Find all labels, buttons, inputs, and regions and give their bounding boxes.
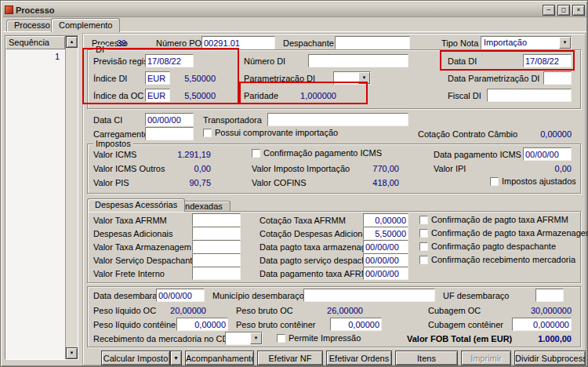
checkbox-box	[419, 242, 428, 251]
calcular-imposto-button[interactable]: Calcular Imposto	[101, 351, 170, 365]
valor-taxa-afrmm-label: Valor Taxa AFRMM	[93, 216, 167, 226]
cotacao-contrato-cambio-value: 0,00000	[515, 129, 572, 140]
data-pagamento-icms-input[interactable]	[523, 147, 572, 161]
dividir-subprocesso-button[interactable]: Dividir Subprocesso	[514, 351, 586, 365]
peso-liquido-conteiner-input[interactable]	[176, 318, 228, 331]
valor-ipi-value: 0,00	[515, 164, 572, 174]
data-desembaraco-label: Data desembaraço	[93, 291, 166, 301]
calcular-imposto-dropdown-icon[interactable]: ▼	[170, 351, 182, 365]
conf-recebimento-mercadoria-checkbox[interactable]: Confirmação recebimento mercadoria	[419, 255, 575, 265]
carregamento-input[interactable]	[145, 127, 194, 140]
numero-di-input[interactable]	[308, 54, 408, 67]
chevron-down-icon[interactable]: ▼	[559, 37, 571, 49]
cotacao-despesas-adicionais-input[interactable]	[363, 227, 408, 240]
cotacao-contrato-cambio-label: Cotação Contrato Câmbio	[418, 129, 517, 140]
permite-impressao-label: Permite Impressão	[289, 333, 361, 343]
transportadora-input[interactable]	[267, 113, 408, 126]
data-pagto-taxa-armazenagem-label: Data pagto taxa armazenagem	[260, 242, 378, 253]
window-title: Processo	[16, 5, 540, 15]
data-pagamento-taxa-afrmm-input[interactable]	[363, 267, 408, 280]
itens-button[interactable]: Itens	[395, 351, 458, 365]
peso-bruto-oc-label: Peso bruto OC	[236, 306, 293, 316]
numero-po-label: Número PO	[156, 38, 201, 49]
municipio-desembaraco-input[interactable]	[303, 289, 435, 302]
data-parametrizacao-di-input[interactable]	[543, 71, 572, 85]
checkbox-box	[419, 216, 428, 224]
tab-complemento[interactable]: Complemento	[51, 18, 120, 32]
sequence-row[interactable]: 1	[5, 52, 62, 61]
data-di-label: Data DI	[448, 56, 477, 67]
numero-po-input[interactable]	[201, 36, 275, 49]
cotacao-taxa-afrmm-input[interactable]	[363, 213, 408, 227]
indice-di-label: Índice DI	[93, 74, 127, 84]
tipo-nota-label: Tipo Nota	[441, 38, 478, 49]
peso-bruto-conteiner-label: Peso bruto contêiner	[236, 320, 316, 330]
acompanhamento-button[interactable]: Acompanhamento	[185, 351, 254, 365]
numero-di-label: Número DI	[244, 56, 285, 67]
sidebar-scrollbar[interactable]: ▲ ▼	[65, 36, 78, 359]
data-ci-input[interactable]	[145, 113, 194, 126]
permite-impressao-checkbox[interactable]: Permite Impressão	[277, 333, 361, 343]
scroll-up-icon[interactable]: ▲	[66, 36, 78, 48]
minimize-icon[interactable]: –	[543, 5, 555, 16]
app-icon	[5, 5, 13, 14]
valor-cofins-label: Valor COFINS	[252, 178, 306, 188]
data-di-input[interactable]	[523, 54, 572, 67]
valor-frete-interno-label: Valor Frete Interno	[93, 269, 165, 279]
valor-ipi-label: Valor IPI	[434, 164, 466, 174]
possui-comprovante-checkbox[interactable]: Possui comprovante importação	[203, 128, 338, 138]
indice-oc-currency-input[interactable]	[145, 89, 170, 102]
recebimento-cd-label: Recebimento da mercadoria no CD	[93, 334, 228, 344]
peso-liquido-conteiner-label: Peso líquido contêiner	[93, 320, 179, 330]
indice-oc-value: 5,50000	[173, 91, 216, 101]
valor-servico-despachante-input[interactable]	[192, 253, 241, 267]
chevron-down-icon[interactable]: ▼	[250, 332, 262, 344]
valor-taxa-armazenagem-input[interactable]	[192, 240, 241, 253]
possui-comprovante-label: Possui comprovante importação	[215, 128, 338, 138]
valor-taxa-afrmm-input[interactable]	[192, 213, 241, 227]
uf-desembaraco-label: UF desembaraço	[443, 291, 509, 301]
previsao-registro-input[interactable]	[145, 54, 194, 67]
recebimento-cd-combobox[interactable]: ▼	[225, 332, 263, 345]
cubagem-conteiner-input[interactable]	[512, 318, 572, 331]
close-icon[interactable]: ×	[572, 5, 585, 16]
fiscal-di-input[interactable]	[487, 89, 572, 102]
maximize-icon[interactable]: □	[557, 5, 570, 16]
conf-pagto-taxa-afrmm-label: Confirmação de pagto taxa AFRMM	[431, 215, 568, 225]
valor-icms-outros-value: 0,00	[154, 164, 211, 174]
confirmacao-pagamento-icms-checkbox[interactable]: Confirmação pagamento ICMS	[252, 148, 382, 158]
conf-pagto-taxa-armazenagem-label: Confirmação de pagto taxa Armazenagem	[431, 228, 588, 238]
tipo-nota-combobox[interactable]: Importação ▼	[481, 36, 572, 49]
cotacao-despesas-adicionais-label: Cotação Despesas Adicionais	[260, 229, 374, 239]
tab-despesas-acessorias[interactable]: Despesas Acessórias	[87, 198, 185, 212]
confirmacao-pagamento-icms-label: Confirmação pagamento ICMS	[263, 148, 382, 158]
indice-di-currency-input[interactable]	[145, 71, 170, 85]
conf-pagto-taxa-armazenagem-checkbox[interactable]: Confirmação de pagto taxa Armazenagem	[419, 228, 588, 238]
efetivar-ordens-button[interactable]: Efetivar Ordens	[326, 351, 392, 365]
chevron-down-icon[interactable]: ▼	[358, 72, 370, 84]
data-desembaraco-input[interactable]	[156, 289, 205, 302]
checkbox-box	[277, 334, 285, 343]
cotacao-taxa-afrmm-label: Cotação Taxa AFRMM	[260, 216, 346, 226]
valor-taxa-armazenagem-label: Valor Taxa Armazenagem	[93, 242, 191, 253]
scroll-down-icon[interactable]: ▼	[66, 347, 78, 359]
despesas-adicionais-label: Despesas Adicionais	[93, 229, 173, 239]
valor-frete-interno-input[interactable]	[192, 267, 241, 280]
despesas-adicionais-input[interactable]	[192, 227, 241, 240]
transportadora-label: Transportadora	[203, 115, 262, 125]
sequence-list[interactable]: Sequência 1 ▲ ▼	[5, 35, 78, 360]
uf-desembaraco-input[interactable]	[535, 289, 564, 302]
impostos-ajustados-checkbox[interactable]: Impostos ajustados	[490, 176, 576, 187]
peso-bruto-conteiner-input[interactable]	[330, 318, 382, 331]
parametrizacao-di-combobox[interactable]: ▼	[333, 71, 371, 85]
data-pagto-servico-despachante-input[interactable]	[363, 253, 408, 267]
conf-pagto-despachante-checkbox[interactable]: Confirmação pagto despachante	[419, 242, 556, 252]
tab-processo[interactable]: Processo	[6, 20, 58, 31]
data-pagamento-icms-label: Data pagamento ICMS	[434, 150, 521, 160]
parametrizacao-di-label: Parametrização DI	[244, 74, 315, 84]
despachante-input[interactable]	[335, 36, 410, 49]
conf-pagto-taxa-afrmm-checkbox[interactable]: Confirmação de pagto taxa AFRMM	[419, 215, 568, 225]
data-pagto-taxa-armazenagem-input[interactable]	[363, 240, 408, 253]
efetivar-nf-button[interactable]: Efetivar NF	[257, 351, 323, 365]
peso-bruto-oc-value: 26,00000	[303, 306, 363, 316]
